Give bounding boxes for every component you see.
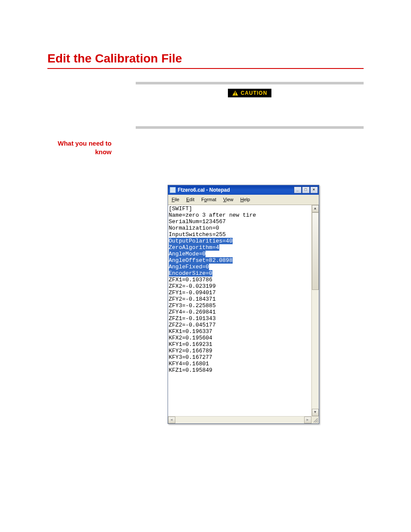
svg-rect-2 bbox=[235, 94, 236, 95]
notepad-line: AngleFixed=0 bbox=[169, 264, 310, 270]
scroll-down-button[interactable]: ▼ bbox=[312, 409, 319, 416]
caution-label: CAUTION bbox=[241, 90, 268, 96]
notepad-app-icon bbox=[170, 187, 176, 193]
scroll-thumb[interactable] bbox=[312, 212, 319, 290]
menu-file[interactable]: File bbox=[169, 196, 183, 204]
caution-text: Only change the following information in… bbox=[136, 103, 364, 120]
scroll-right-button[interactable]: ► bbox=[304, 417, 311, 423]
section-paragraph-2: For example, the following figure shows … bbox=[123, 160, 364, 177]
notepad-line: ZFY3=-0.225885 bbox=[169, 302, 310, 309]
notepad-window: Ftzero6.cal - Notepad _ □ × File Edit Fo… bbox=[168, 185, 319, 424]
notepad-line: Normalization=0 bbox=[169, 225, 310, 231]
notepad-line: ZFY1=-0.094017 bbox=[169, 289, 310, 296]
notepad-line: KFY1=0.169231 bbox=[169, 341, 310, 348]
vertical-scrollbar[interactable]: ▲ ▼ bbox=[311, 205, 319, 416]
resize-grip-icon[interactable] bbox=[311, 417, 319, 423]
menu-format[interactable]: Format bbox=[198, 196, 219, 204]
caution-badge: CAUTION bbox=[228, 89, 272, 97]
notepad-line: ZFX1=0.103786 bbox=[169, 277, 310, 283]
notepad-line: KFX1=0.196337 bbox=[169, 328, 310, 335]
notepad-title: Ftzero6.cal - Notepad bbox=[178, 186, 292, 194]
notepad-line: ZFX2=-0.023199 bbox=[169, 283, 310, 289]
close-button[interactable]: × bbox=[310, 187, 318, 193]
notepad-line: KFZ1=0.195849 bbox=[169, 367, 310, 373]
horizontal-scrollbar[interactable]: ◄ ► bbox=[168, 417, 311, 423]
page-title: Edit the Calibration File bbox=[47, 52, 364, 65]
notepad-line: [SWIFT] bbox=[169, 205, 310, 212]
notepad-line: SerialNum=1234567 bbox=[169, 218, 310, 225]
hscroll-track[interactable] bbox=[175, 417, 304, 423]
notepad-menubar: File Edit Format View Help bbox=[168, 195, 319, 205]
scroll-left-button[interactable]: ◄ bbox=[168, 417, 175, 423]
title-rule bbox=[47, 68, 364, 69]
menu-help[interactable]: Help bbox=[237, 196, 253, 204]
minimize-button[interactable]: _ bbox=[294, 187, 302, 193]
notepad-line: EncoderSize=0 bbox=[169, 270, 310, 277]
notepad-titlebar[interactable]: Ftzero6.cal - Notepad _ □ × bbox=[168, 185, 319, 195]
notepad-text-area[interactable]: [SWIFT]Name=zero 3 after new tireSerialN… bbox=[168, 205, 311, 416]
notepad-line: OutputPolarities=40 bbox=[169, 238, 310, 244]
menu-view[interactable]: View bbox=[220, 196, 237, 204]
notepad-line: KFY2=0.166789 bbox=[169, 348, 310, 354]
scroll-track[interactable] bbox=[312, 212, 319, 409]
notepad-line: KFX2=0.195604 bbox=[169, 335, 310, 341]
section-label: What you need to know bbox=[47, 139, 123, 424]
notepad-line: KFY3=0.167277 bbox=[169, 354, 310, 361]
section-paragraph-1: After you create a zero calibration file… bbox=[123, 139, 364, 156]
menu-edit[interactable]: Edit bbox=[183, 196, 197, 204]
notepad-line: ZFY4=-0.269841 bbox=[169, 309, 310, 315]
caution-bottom-rule bbox=[136, 126, 364, 129]
svg-rect-1 bbox=[235, 92, 236, 94]
notepad-line: AngleMode=0 bbox=[169, 251, 310, 257]
notepad-line: Name=zero 3 after new tire bbox=[169, 212, 310, 218]
notepad-line: InputSwitches=255 bbox=[169, 231, 310, 238]
notepad-line: KFY4=0.16801 bbox=[169, 361, 310, 367]
notepad-line: ZFZ1=-0.101343 bbox=[169, 315, 310, 322]
caution-top-rule bbox=[136, 82, 364, 84]
notepad-line: AngleOffset=82.0898 bbox=[169, 257, 310, 264]
notepad-line: ZeroAlgorithm=4 bbox=[169, 244, 310, 251]
notepad-line: ZFY2=-0.184371 bbox=[169, 296, 310, 302]
maximize-button[interactable]: □ bbox=[302, 187, 310, 193]
warning-icon bbox=[232, 90, 238, 96]
scroll-up-button[interactable]: ▲ bbox=[312, 205, 319, 212]
notepad-line: ZFZ2=-0.045177 bbox=[169, 322, 310, 328]
